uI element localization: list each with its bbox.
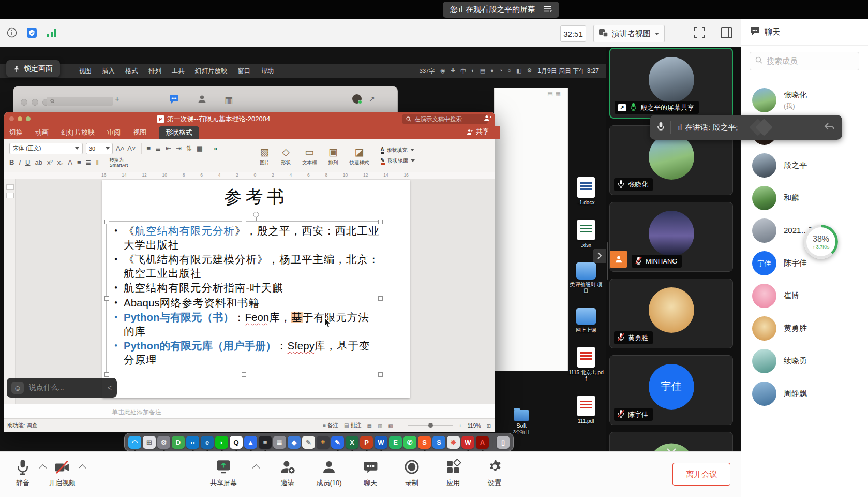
dock-wechat-icon[interactable]: ◗: [215, 436, 228, 449]
member-row[interactable]: 殷之平: [752, 153, 868, 178]
ppt-tab-0[interactable]: 切换: [9, 126, 23, 139]
zoom-out-icon[interactable]: −: [399, 423, 402, 429]
ribbon-group-图片[interactable]: ▧图片: [260, 146, 270, 166]
dock-wps-icon[interactable]: W: [461, 436, 474, 449]
font-style-icon-4[interactable]: x²: [47, 158, 53, 166]
dock-dictionary-icon[interactable]: D: [172, 436, 185, 449]
font-style-icon-1[interactable]: I: [19, 158, 21, 166]
member-row[interactable]: 崔博: [752, 284, 868, 308]
video-tile-陈宇佳[interactable]: 宇佳陈宇佳: [609, 355, 733, 425]
toolbar-camera-off-button[interactable]: 开启视频: [48, 459, 77, 488]
reply-arrow-icon[interactable]: [824, 122, 835, 133]
watching-screen-pill[interactable]: 您正在观看殷之平的屏幕: [443, 2, 559, 18]
paragraph-icon-0[interactable]: ≡: [147, 144, 151, 152]
slide-bullet-list[interactable]: 《航空结构有限元分析》，殷之平，西安：西北工业大学出版社《飞机结构有限元建模分析…: [111, 224, 380, 368]
menu-item-1[interactable]: 插入: [102, 67, 115, 76]
strip-collapse-button[interactable]: [593, 248, 606, 263]
smartart-icon[interactable]: »: [214, 144, 217, 152]
quick-chat-placeholder[interactable]: 说点什么...: [29, 383, 102, 392]
view-mode-selector[interactable]: 演讲者视图: [593, 25, 665, 42]
slide-bullet-5[interactable]: Python的有限元库（用户手册）：Sfepy库，基于变分原理: [111, 339, 380, 367]
shape-fill-button[interactable]: A形状填充: [381, 147, 415, 154]
menu-item-7[interactable]: 帮助: [261, 67, 274, 76]
video-tile-黄勇胜[interactable]: 黄勇胜: [609, 279, 733, 348]
paragraph-icon-5[interactable]: ▦: [197, 144, 203, 152]
comments-toggle-button[interactable]: ▤ 批注: [344, 422, 361, 429]
ppt-notes-pane[interactable]: 单击此处添加备注: [4, 404, 495, 419]
circle-icon[interactable]: ○: [507, 67, 511, 75]
dock-calculator-icon[interactable]: ⌗: [317, 436, 330, 449]
paragraph-icon-2[interactable]: ⇤: [166, 144, 171, 152]
window-search-field[interactable]: [47, 97, 113, 106]
menu-item-3[interactable]: 排列: [148, 67, 161, 76]
strip-scrollbar[interactable]: [607, 242, 608, 280]
ppt-traffic-lights[interactable]: [9, 116, 31, 121]
ppt-tab-5[interactable]: 形状格式: [159, 126, 199, 139]
dock-sogou-input-icon[interactable]: S: [418, 436, 431, 449]
ribbon-group-快速样式[interactable]: ◪快速样式: [350, 146, 369, 166]
member-row[interactable]: 和麟: [752, 186, 868, 210]
dock-evernote-icon[interactable]: E: [389, 436, 402, 449]
dock-markup-blue-icon[interactable]: ✎: [331, 436, 344, 449]
dock-qq-icon[interactable]: Q: [230, 436, 243, 449]
chat-bubble-icon[interactable]: [169, 94, 179, 106]
dock-system-settings-icon[interactable]: ⚙: [157, 436, 170, 449]
grid-icon[interactable]: ▦: [225, 95, 233, 106]
contacts-icon[interactable]: [197, 94, 207, 106]
member-row[interactable]: 周静飘: [752, 382, 868, 406]
dock-word-icon[interactable]: W: [375, 436, 387, 449]
ppt-tab-1[interactable]: 动画: [35, 126, 49, 139]
dock-trash-icon[interactable]: ▯: [497, 436, 510, 449]
slide-bullet-1[interactable]: 《飞机结构有限元建模分析》，杨卫平主编，北京：航空工业出版社: [111, 253, 380, 280]
dock-security-icon[interactable]: ◆: [288, 436, 301, 449]
video-tile-殷之平的屏幕共享[interactable]: ↗殷之平的屏幕共享: [609, 48, 733, 119]
slide-thumbnail-panel[interactable]: [4, 179, 16, 404]
caret-up-icon[interactable]: [252, 464, 260, 472]
dock-blue-s-app-icon[interactable]: S: [432, 436, 445, 449]
caret-up-icon[interactable]: [39, 464, 47, 472]
font-name-selector[interactable]: 宋体 (正文): [9, 143, 83, 154]
ppt-tab-3[interactable]: 审阅: [107, 126, 121, 139]
desktop-file-5[interactable]: 111.pdf: [568, 396, 604, 425]
dock-edge-browser-icon[interactable]: e: [201, 436, 214, 449]
dock-acrobat-icon[interactable]: A: [476, 436, 489, 449]
fullscreen-icon[interactable]: [693, 26, 706, 41]
info-icon[interactable]: [7, 27, 17, 40]
member-row[interactable]: 张晓化(我): [752, 88, 868, 112]
font-style-icon-0[interactable]: B: [9, 158, 14, 166]
font-style-icon-3[interactable]: ab: [35, 158, 42, 166]
desktop-file-0[interactable]: -1.docx: [568, 177, 604, 206]
slide-bullet-2[interactable]: 航空结构有限元分析指南-叶天麒: [111, 281, 380, 295]
font-style-icon-6[interactable]: A: [68, 158, 72, 166]
toolbar-mic-button[interactable]: 静音: [8, 459, 37, 488]
lock-screen-tooltip[interactable]: 锁定画面: [6, 60, 60, 77]
clock-icon[interactable]: ◔: [499, 67, 503, 75]
font-style-icon-9[interactable]: ‖: [96, 158, 98, 166]
dock-powerpoint-icon[interactable]: P: [360, 436, 373, 449]
member-search-input[interactable]: 搜索成员: [750, 52, 859, 70]
security-shield-icon[interactable]: [26, 27, 37, 40]
slide[interactable]: 参考书 《航空结构有限元分析》，殷之平，西安：西北工业大学出版社《飞机结构有限元…: [102, 180, 410, 398]
menu-item-2[interactable]: 格式: [125, 67, 138, 76]
dock-finder-icon[interactable]: ◠: [128, 436, 141, 449]
avatar-online-icon[interactable]: [352, 94, 362, 104]
notes-toggle-button[interactable]: ≡ 备注: [323, 422, 338, 429]
dock-storage-icon[interactable]: ≣: [273, 436, 286, 449]
dock-color-gear-icon[interactable]: ❋: [447, 436, 460, 449]
dock-vscode-icon[interactable]: ‹›: [186, 436, 199, 449]
menu-item-0[interactable]: 视图: [79, 67, 92, 76]
toolbar-record-button[interactable]: 录制: [397, 459, 426, 488]
fit-slide-icon[interactable]: ⊞: [487, 423, 491, 429]
ppt-tab-4[interactable]: 视图: [133, 126, 146, 139]
paragraph-icon-3[interactable]: ⇥: [176, 144, 182, 152]
collapse-tiles-icon[interactable]: [667, 447, 676, 451]
desktop-file-4[interactable]: 1115 北京出.pdf: [568, 347, 604, 382]
dock-phone-app-icon[interactable]: ✆: [403, 436, 416, 449]
zoom-slider[interactable]: [408, 425, 453, 426]
rotate-handle[interactable]: [253, 212, 259, 217]
paragraph-icon-1[interactable]: ≣: [155, 144, 161, 152]
toolbar-chat-button[interactable]: 聊天: [356, 459, 385, 488]
desktop-folder-soft[interactable]: Soft 3个项目: [509, 410, 534, 435]
settings-icon[interactable]: ⚙: [527, 67, 532, 75]
video-tile-more[interactable]: [609, 432, 733, 451]
